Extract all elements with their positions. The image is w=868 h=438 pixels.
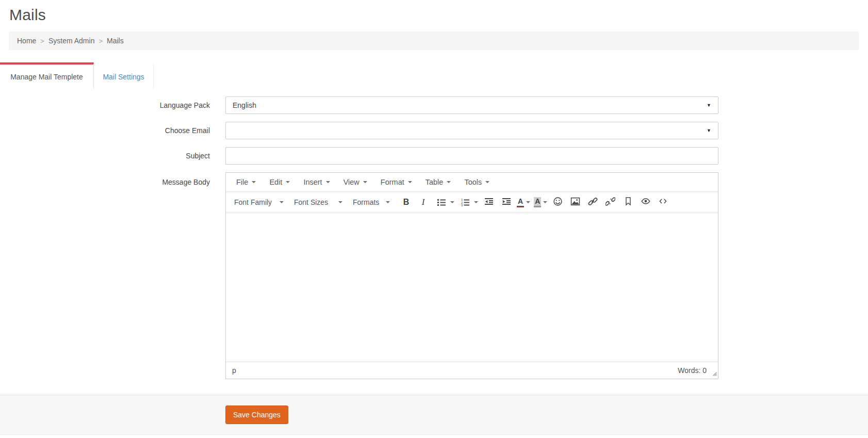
menu-insert-label: Insert [303,178,322,186]
chevron-down-icon [526,201,530,203]
menu-format[interactable]: Format [374,173,419,191]
emoticons-icon [553,197,563,208]
chevron-down-icon: ▼ [707,103,711,108]
mail-template-form: Language Pack English ▼ Choose Email ▼ S… [0,96,868,379]
bullet-list-icon [434,195,448,210]
chevron-down-icon [543,201,547,203]
breadcrumb-home[interactable]: Home [17,37,36,45]
font-sizes-label: Font Sizes [294,198,328,206]
preview-button[interactable] [638,195,652,210]
form-row-choose-email: Choose Email ▼ [0,122,868,139]
numbered-list-button[interactable]: 123 [458,195,478,210]
tab-mail-settings[interactable]: Mail Settings [94,62,154,89]
editor-statusbar: p Words: 0 [226,362,718,379]
menu-format-label: Format [381,178,404,186]
chevron-down-icon [252,181,256,183]
chevron-down-icon [485,181,489,183]
page-title: Mails [9,6,868,24]
indent-icon [502,197,511,208]
editor-content-area[interactable] [226,213,718,362]
font-family-select[interactable]: Font Family [232,196,288,209]
chevron-down-icon [408,181,412,183]
element-path[interactable]: p [232,366,236,375]
source-code-button[interactable] [656,195,670,210]
resize-grip-icon[interactable] [711,369,717,378]
word-count-value: 0 [702,366,707,375]
chevron-down-icon [338,201,342,203]
save-changes-button[interactable]: Save Changes [225,405,288,424]
background-color-button[interactable]: A [534,197,547,207]
image-icon [570,197,580,208]
italic-button[interactable]: I [416,195,430,210]
background-color-icon: A [534,197,541,207]
insert-image-button[interactable] [568,195,582,210]
font-family-label: Font Family [234,198,272,206]
language-pack-select[interactable]: English ▼ [225,96,718,114]
menu-view[interactable]: View [337,173,374,191]
unlink-icon [605,197,615,208]
italic-icon: I [422,197,425,207]
word-count: Words: 0 [678,366,707,375]
mails-page: Mails Home>System Admin>Mails Manage Mai… [0,6,868,435]
bullet-list-button[interactable] [434,195,454,210]
link-icon [588,197,598,208]
choose-email-select[interactable]: ▼ [225,122,718,139]
subject-input[interactable] [225,147,718,165]
form-actions-bar: Save Changes [0,395,868,435]
svg-text:3: 3 [461,204,463,207]
outdent-icon [484,197,494,208]
message-body-label: Message Body [0,172,210,186]
numbered-list-icon: 123 [458,195,472,210]
form-row-message-body: Message Body File Edit Insert View Forma… [0,172,868,379]
menu-tools-label: Tools [464,178,482,186]
formats-label: Formats [353,198,379,206]
insert-link-button[interactable] [586,195,600,210]
choose-email-label: Choose Email [0,126,210,135]
editor-toolbar: Font Family Font Sizes Formats B I [226,192,718,213]
breadcrumb-system-admin[interactable]: System Admin [48,37,94,45]
tab-manage-mail-template-label: Manage Mail Templete [10,73,83,81]
menu-file[interactable]: File [230,173,263,191]
form-row-language-pack: Language Pack English ▼ [0,96,868,114]
remove-link-button[interactable] [603,195,617,210]
chevron-down-icon [386,201,390,203]
chevron-down-icon [286,181,290,183]
menu-edit[interactable]: Edit [263,173,297,191]
chevron-down-icon [363,181,367,183]
tab-mail-settings-label: Mail Settings [103,73,144,81]
rich-text-editor: File Edit Insert View Format Table Tools… [225,172,718,379]
menu-table-label: Table [425,178,444,186]
editor-menubar: File Edit Insert View Format Table Tools [226,173,718,192]
chevron-down-icon [326,181,330,183]
language-pack-label: Language Pack [0,101,210,109]
form-row-subject: Subject [0,147,868,165]
text-color-button[interactable]: A [517,197,530,207]
chevron-down-icon: ▼ [707,128,711,133]
breadcrumb-separator: > [40,37,44,45]
preview-eye-icon [641,197,651,208]
chevron-down-icon [450,201,454,203]
indent-button[interactable] [499,195,513,210]
breadcrumb-separator: > [99,37,103,45]
menu-insert[interactable]: Insert [297,173,336,191]
bold-icon: B [403,198,410,207]
anchor-icon [624,197,633,208]
menu-file-label: File [236,178,248,186]
menu-table[interactable]: Table [419,173,458,191]
word-count-label: Words: [678,366,700,375]
language-pack-selected-value: English [233,101,256,109]
tab-manage-mail-template[interactable]: Manage Mail Templete [0,62,94,89]
chevron-down-icon [447,181,451,183]
formats-select[interactable]: Formats [351,196,394,209]
bold-button[interactable]: B [399,195,413,210]
tab-bar: Manage Mail Templete Mail Settings [0,62,868,89]
outdent-button[interactable] [482,195,496,210]
menu-view-label: View [343,178,359,186]
menu-tools[interactable]: Tools [457,173,496,191]
font-sizes-select[interactable]: Font Sizes [292,196,347,209]
emoticons-button[interactable] [551,195,565,210]
text-color-icon: A [517,197,524,207]
subject-label: Subject [0,152,210,160]
chevron-down-icon [280,201,284,203]
anchor-button[interactable] [621,195,635,210]
